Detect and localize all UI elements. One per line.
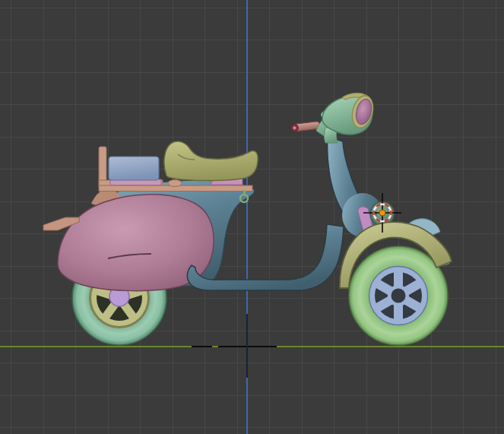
handle-grip-group	[290, 121, 320, 131]
seat[interactable]	[164, 141, 258, 181]
handlebar-assembly[interactable]	[290, 93, 376, 143]
object-origin-dot	[379, 210, 385, 216]
viewport-3d[interactable]	[0, 0, 504, 434]
scooter-model	[0, 0, 504, 434]
front-hub-center	[391, 289, 406, 303]
rack-stud	[168, 180, 182, 187]
cargo-box[interactable]	[109, 157, 159, 180]
